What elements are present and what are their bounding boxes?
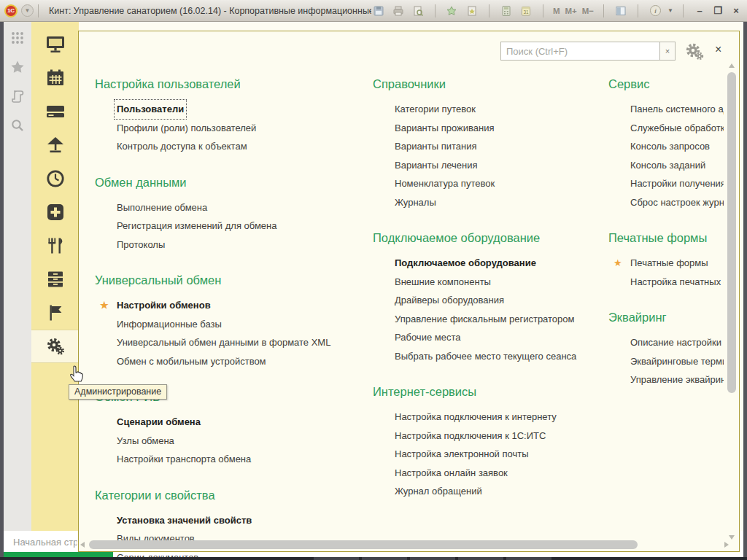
taskbar-window-button[interactable] xyxy=(362,557,407,560)
sidebar-section-dining-icon[interactable] xyxy=(31,229,79,262)
scroll-up-arrow-icon[interactable] xyxy=(729,63,735,68)
menu-item[interactable]: Категории путевок xyxy=(373,100,608,119)
window-frame-right xyxy=(743,22,747,557)
section-header: Интернет-сервисы xyxy=(373,385,608,399)
menu-item[interactable]: Служебные обработки xyxy=(608,119,724,138)
calendar-icon[interactable]: 31 xyxy=(519,4,533,18)
history-scroll-icon[interactable] xyxy=(9,88,26,105)
menu-item[interactable]: Консоль запросов xyxy=(608,137,724,156)
menu-item[interactable]: Управление эквайринго xyxy=(608,370,724,389)
info-icon[interactable]: i xyxy=(648,4,662,18)
memory-m-plus-button[interactable]: M+ xyxy=(565,7,576,15)
taskbar-window-button[interactable] xyxy=(410,557,455,560)
system-menu-caret-icon[interactable]: ▼ xyxy=(21,4,34,17)
sidebar-section-cabinet-icon[interactable] xyxy=(31,262,79,296)
taskbar-window-button[interactable] xyxy=(458,557,503,560)
info-caret-icon[interactable]: ▼ xyxy=(667,7,673,14)
sidebar-section-lamp-icon[interactable] xyxy=(31,128,79,162)
menu-item[interactable]: Выполнение обмена xyxy=(95,198,373,217)
menu-item[interactable]: Настройка подключения к 1С:ИТС xyxy=(373,427,608,446)
menu-item[interactable]: Журнал обращений xyxy=(373,482,608,501)
menu-item[interactable]: Панель системного адм xyxy=(608,100,724,119)
panel-close-icon[interactable]: × xyxy=(715,43,721,56)
apps-grid-icon[interactable] xyxy=(9,29,26,47)
horizontal-scroll-thumb[interactable] xyxy=(89,540,638,549)
menu-item[interactable]: Варианты проживания xyxy=(373,119,608,138)
sidebar-section-calendar-icon[interactable] xyxy=(31,61,79,95)
taskbar-window-button[interactable] xyxy=(314,557,359,560)
horizontal-scrollbar[interactable] xyxy=(80,540,738,550)
scroll-left-arrow-icon[interactable] xyxy=(80,542,85,548)
memory-m-button[interactable]: M xyxy=(553,7,560,15)
sidebar-section-clock-icon[interactable] xyxy=(31,162,79,195)
menu-item[interactable]: Контроль доступа к объектам xyxy=(95,137,373,156)
menu-item[interactable]: Консоль заданий xyxy=(608,156,724,175)
sidebar-section-gears-icon[interactable] xyxy=(31,330,79,363)
favorites-star-icon[interactable] xyxy=(9,58,26,76)
menu-item[interactable]: Сброс настроек журнал xyxy=(608,193,724,212)
scroll-down-arrow-icon[interactable] xyxy=(729,535,735,540)
menu-item[interactable]: Пользователи xyxy=(95,100,373,119)
menu-item[interactable]: Установка значений свойств xyxy=(95,511,373,530)
menu-item[interactable]: Обмен с мобильным устройством xyxy=(95,352,373,371)
menu-item[interactable]: Настройки транспорта обмена xyxy=(95,450,373,469)
menu-item[interactable]: Протоколы xyxy=(95,236,373,254)
menu-item[interactable]: ★Печатные формы xyxy=(608,254,724,273)
titlebar-separator xyxy=(543,4,543,18)
menu-item[interactable]: Номенклатура путевок xyxy=(373,174,608,193)
menu-item-label: Настройка онлайн заявок xyxy=(395,464,508,483)
search-magnifier-icon[interactable] xyxy=(9,117,26,134)
sidebar-section-flag-icon[interactable] xyxy=(31,296,79,330)
tab-home-page[interactable]: Начальная стр xyxy=(13,537,77,548)
save-icon[interactable] xyxy=(371,4,386,18)
split-window-icon[interactable] xyxy=(614,4,628,18)
menu-item[interactable]: Настройка онлайн заявок xyxy=(373,464,608,483)
panel-settings-gear-icon[interactable] xyxy=(684,42,705,62)
menu-item[interactable]: Варианты лечения xyxy=(373,156,608,175)
menu-item[interactable]: Настройки получения и xyxy=(608,174,724,193)
menu-item[interactable]: Универсальный обмен данными в формате XM… xyxy=(95,333,373,352)
menu-item[interactable]: Настройка подключения к интернету xyxy=(373,408,608,427)
menu-item[interactable]: Сценарии обмена xyxy=(95,413,373,432)
print-preview-icon[interactable] xyxy=(411,4,425,18)
sidebar-section-desktop-monitor-icon[interactable] xyxy=(31,28,79,61)
menu-item[interactable]: Информационные базы xyxy=(95,315,373,334)
menu-item[interactable]: Узлы обмена xyxy=(95,432,373,451)
menu-item[interactable]: Журналы xyxy=(373,193,608,212)
favorites-doc-icon[interactable] xyxy=(465,4,479,18)
taskbar-window-button[interactable] xyxy=(506,557,551,560)
restore-button[interactable]: ❐ xyxy=(711,5,724,16)
titlebar-separator xyxy=(435,4,436,18)
menu-item[interactable]: ★Настройки обменов xyxy=(95,296,373,315)
print-icon[interactable] xyxy=(391,4,406,18)
minimize-button[interactable]: – xyxy=(693,5,706,16)
scroll-right-arrow-icon[interactable] xyxy=(724,542,729,548)
close-button[interactable]: × xyxy=(729,5,743,16)
calculator-icon[interactable] xyxy=(499,4,514,18)
menu-item[interactable]: Рабочие места xyxy=(373,328,608,347)
menu-item-label: Контроль доступа к объектам xyxy=(117,137,247,156)
menu-item[interactable]: Варианты питания xyxy=(373,137,608,156)
memory-m-minus-button[interactable]: M− xyxy=(582,7,594,15)
menu-item[interactable]: Описание настройки экв xyxy=(608,333,724,352)
menu-item[interactable]: Эквайринговые термина xyxy=(608,352,724,371)
search-clear-button[interactable]: × xyxy=(660,42,676,61)
menu-item-label: Настройки обменов xyxy=(117,296,211,315)
menu-item[interactable]: Подключаемое оборудование xyxy=(373,254,608,273)
menu-item[interactable]: Драйверы оборудования xyxy=(373,291,608,310)
favorites-add-icon[interactable] xyxy=(445,4,460,18)
menu-item[interactable]: Настройка печатных фо xyxy=(608,273,724,292)
menu-item-label: Консоль запросов xyxy=(630,137,710,156)
menu-item[interactable]: Внешние компоненты xyxy=(373,273,608,292)
vertical-scroll-thumb[interactable] xyxy=(727,72,736,393)
menu-item[interactable]: Настройка электронной почты xyxy=(373,445,608,464)
menu-item[interactable]: Профили (роли) пользователей xyxy=(95,119,373,138)
vertical-scrollbar[interactable] xyxy=(727,63,737,540)
sidebar-section-medical-plus-icon[interactable] xyxy=(31,195,79,229)
sidebar-section-payment-card-icon[interactable] xyxy=(31,95,79,128)
menu-item[interactable]: Регистрация изменений для обмена xyxy=(95,217,373,236)
menu-item[interactable]: Управление фискальным регистратором xyxy=(373,310,608,329)
section-header: Подключаемое оборудование xyxy=(373,231,608,245)
menu-item[interactable]: Выбрать рабочее место текущего сеанса xyxy=(373,347,608,366)
search-input[interactable] xyxy=(500,42,660,61)
